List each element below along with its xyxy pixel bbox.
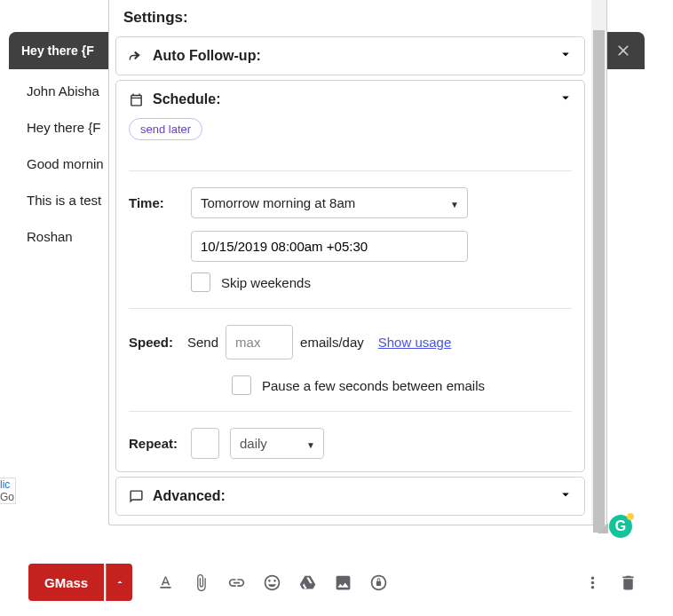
send-later-pill[interactable]: send later — [129, 118, 202, 140]
speed-row: Speed: Send emails/day Show usage — [129, 325, 572, 359]
chevron-down-icon — [558, 90, 574, 109]
close-icon[interactable] — [614, 42, 632, 59]
auto-followup-section: Auto Follow-up: — [115, 36, 585, 75]
emoji-icon[interactable] — [255, 565, 289, 599]
time-label: Time: — [129, 195, 180, 210]
repeat-count-input[interactable] — [191, 428, 219, 459]
skip-weekends-checkbox[interactable] — [191, 272, 210, 292]
schedule-label: Schedule: — [153, 91, 220, 107]
link-icon[interactable] — [219, 565, 253, 599]
calendar-icon — [129, 92, 144, 107]
attach-icon[interactable] — [184, 565, 218, 599]
format-text-icon[interactable] — [148, 565, 182, 599]
repeat-unit-select[interactable]: daily — [230, 428, 324, 459]
resize-handle[interactable] — [598, 523, 608, 533]
emails-per-day-input[interactable] — [226, 325, 293, 359]
confidential-mode-icon[interactable] — [361, 565, 395, 599]
time-select-value: Tomorrow morning at 8am — [191, 187, 468, 218]
more-options-icon[interactable] — [575, 565, 609, 599]
repeat-label: Repeat: — [129, 436, 180, 451]
advanced-header[interactable]: Advanced: — [116, 478, 584, 515]
pause-checkbox[interactable] — [232, 375, 251, 395]
emails-day-text: emails/day — [300, 335, 364, 350]
image-icon[interactable] — [326, 565, 360, 599]
gmass-dropdown-button[interactable] — [106, 564, 132, 601]
trash-icon[interactable] — [611, 565, 645, 599]
left-clipped-window: lic Go — [0, 478, 16, 504]
speed-label: Speed: — [129, 335, 180, 350]
datetime-input[interactable] — [191, 231, 468, 262]
scrollbar-track[interactable] — [591, 0, 606, 525]
reply-icon — [129, 49, 144, 64]
chat-icon — [129, 489, 144, 504]
settings-panel: Settings: Auto Follow-up: Schedule: — [108, 0, 607, 525]
advanced-section: Advanced: — [115, 477, 585, 516]
auto-followup-label: Auto Follow-up: — [153, 48, 261, 64]
repeat-row: Repeat: daily — [129, 428, 572, 459]
skip-weekends-label: Skip weekends — [221, 275, 311, 290]
auto-followup-header[interactable]: Auto Follow-up: — [116, 37, 584, 75]
pause-label: Pause a few seconds between emails — [262, 378, 485, 393]
time-row: Time: Tomorrow morning at 8am — [129, 187, 572, 218]
settings-title: Settings: — [109, 0, 591, 32]
send-text: Send — [187, 335, 218, 350]
show-usage-link[interactable]: Show usage — [378, 335, 452, 350]
schedule-section: Schedule: send later Time: Tomorrow morn… — [115, 80, 585, 472]
time-select[interactable]: Tomorrow morning at 8am — [191, 187, 468, 218]
advanced-label: Advanced: — [153, 488, 226, 504]
gmass-button[interactable]: GMass — [28, 564, 104, 601]
compose-toolbar: GMass — [28, 561, 645, 604]
scrollbar-thumb[interactable] — [593, 30, 605, 533]
chevron-down-icon — [558, 46, 574, 66]
grammarly-icon[interactable]: G — [609, 515, 632, 538]
schedule-header[interactable]: Schedule: — [116, 81, 584, 118]
chevron-down-icon — [558, 486, 574, 506]
drive-icon[interactable] — [290, 565, 324, 599]
